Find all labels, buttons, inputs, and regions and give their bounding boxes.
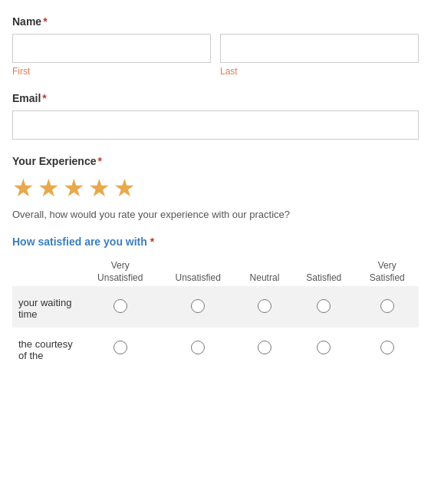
satisfaction-title-text: How satisfied are you with [12, 236, 147, 248]
first-label: First [12, 66, 211, 77]
col-header-satisfied: Satisfied [292, 257, 356, 286]
satisfaction-header-row: Very Unsatisfied Unsatisfied Neutral [12, 257, 419, 286]
star-4[interactable]: ★ [88, 173, 110, 203]
radio-waiting-very-unsatisfied[interactable] [114, 299, 127, 313]
col-header-neutral-line2: Neutral [250, 272, 280, 283]
radio-waiting-very-satisfied[interactable] [380, 299, 394, 313]
col-header-very-unsatisfied-line1: Very [111, 260, 130, 271]
col-header-very-satisfied-line1: Very [378, 260, 396, 271]
radio-courtesy-very-satisfied[interactable] [380, 341, 394, 354]
experience-section: Your Experience* ★ ★ ★ ★ ★ Overall, how … [12, 155, 419, 220]
cell-courtesy-unsatisfied [159, 328, 236, 369]
experience-label-text: Your Experience [12, 155, 96, 167]
cell-waiting-satisfied [292, 286, 356, 328]
radio-courtesy-satisfied[interactable] [317, 341, 331, 354]
first-name-col: First [12, 34, 211, 77]
cell-waiting-very-unsatisfied [81, 286, 159, 328]
col-header-unsatisfied-line2: Unsatisfied [176, 272, 221, 283]
radio-courtesy-neutral[interactable] [258, 341, 271, 354]
radio-courtesy-very-unsatisfied[interactable] [114, 341, 127, 354]
satisfaction-table: Very Unsatisfied Unsatisfied Neutral [12, 257, 419, 369]
table-row: the courtesy of the [12, 328, 419, 369]
star-5[interactable]: ★ [114, 173, 136, 203]
cell-courtesy-very-satisfied [355, 328, 419, 369]
cell-courtesy-neutral [237, 328, 292, 369]
stars-row: ★ ★ ★ ★ ★ [12, 173, 419, 203]
experience-label: Your Experience* [12, 155, 419, 167]
cell-waiting-very-satisfied [355, 286, 419, 328]
satisfaction-title: How satisfied are you with* [12, 236, 419, 248]
last-name-input[interactable] [220, 34, 419, 63]
star-3[interactable]: ★ [63, 173, 85, 203]
col-header-very-unsatisfied-line2: Unsatisfied [97, 272, 143, 283]
row-label-waiting: your waiting time [12, 286, 81, 328]
col-header-very-unsatisfied: Very Unsatisfied [81, 257, 159, 286]
email-input[interactable] [12, 110, 419, 140]
radio-waiting-satisfied[interactable] [317, 299, 331, 313]
last-name-col: Last [220, 34, 419, 77]
radio-waiting-unsatisfied[interactable] [191, 299, 205, 313]
name-required: * [43, 15, 47, 28]
col-header-unsatisfied: Unsatisfied [159, 257, 236, 286]
experience-required: * [97, 155, 101, 167]
email-label-text: Email [12, 92, 41, 104]
row-label-courtesy: the courtesy of the [12, 328, 81, 369]
satisfaction-section: How satisfied are you with* Very Unsatis… [12, 236, 419, 369]
first-name-input[interactable] [12, 34, 211, 63]
name-row: First Last [12, 34, 419, 77]
col-header-neutral: Neutral [237, 257, 292, 286]
email-label: Email* [12, 92, 419, 104]
cell-waiting-neutral [237, 286, 292, 328]
radio-courtesy-unsatisfied[interactable] [191, 341, 205, 354]
cell-waiting-unsatisfied [159, 286, 236, 328]
name-section: Name* First Last [12, 15, 419, 77]
col-header-very-satisfied: Very Satisfied [355, 257, 419, 286]
col-header-very-satisfied-line2: Satisfied [370, 272, 405, 283]
email-required: * [42, 92, 46, 104]
cell-courtesy-very-unsatisfied [81, 328, 159, 369]
cell-courtesy-satisfied [292, 328, 356, 369]
satisfaction-required: * [150, 236, 154, 248]
star-1[interactable]: ★ [12, 173, 35, 203]
col-header-empty [12, 257, 81, 286]
star-2[interactable]: ★ [38, 173, 60, 203]
name-label-text: Name [12, 15, 41, 28]
name-label: Name* [12, 15, 419, 28]
col-header-satisfied-line2: Satisfied [306, 272, 341, 283]
table-row: your waiting time [12, 286, 419, 328]
radio-waiting-neutral[interactable] [258, 299, 271, 313]
last-label: Last [220, 66, 419, 77]
email-section: Email* [12, 92, 419, 140]
experience-note: Overall, how would you rate your experie… [12, 209, 419, 220]
